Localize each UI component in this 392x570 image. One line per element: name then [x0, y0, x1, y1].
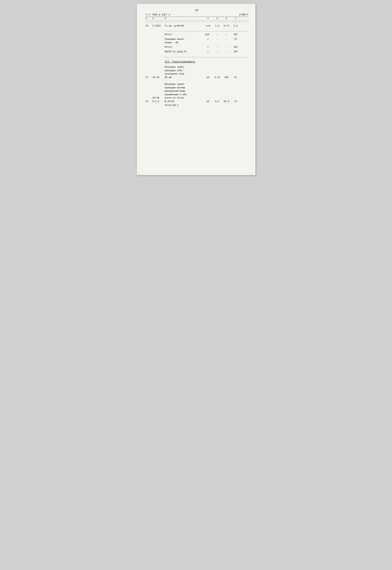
row-16-col6: 0,74: [222, 24, 231, 28]
row-17-code: I9–46: [153, 69, 165, 79]
sum-6-vsego: –: [222, 50, 231, 53]
row-16-col7: I,0: [231, 24, 240, 28]
col-header-5: 5: [213, 17, 222, 20]
sum-label-plan: Плановые накоп-ления – 6%: [165, 38, 203, 44]
row-18-col5: 0,2: [213, 100, 222, 103]
col-header-7: 7: [231, 17, 240, 20]
row-17-col7: 52: [231, 76, 240, 79]
row-18-col7: I3: [231, 100, 240, 103]
header-line: Т.п 704-1-157 с 1799/7: [145, 13, 248, 17]
sum-label-1: Итого:: [165, 33, 203, 36]
row-16-code: I–I553: [153, 24, 165, 28]
sum-unit-1: руб.: [203, 33, 213, 36]
table-row: I6. I–I553 То же, д=32х40 п/м I,0 0,74 I…: [145, 24, 248, 28]
page-number: 92: [145, 9, 248, 12]
table-body: I6. I–I553 То же, д=32х40 п/м I,0 0,74 I…: [145, 24, 248, 28]
row-17-unit: м3: [203, 76, 213, 79]
row-18-num: I8: [145, 89, 153, 103]
col-header-4: 4: [203, 17, 213, 20]
row-16-unit: п/м: [203, 24, 213, 28]
sum-6-2: –: [222, 45, 231, 49]
dashed-separator-section: [165, 57, 248, 57]
sum-unit-vsego: »: [203, 50, 213, 53]
col-header-2: 2: [153, 17, 165, 20]
col-header-6: 6: [222, 17, 231, 20]
sub-note-18: 56+19,5х0,2: [165, 104, 248, 106]
sum-5-vsego: –: [213, 50, 222, 53]
summary-row-itogo2: Итого: » – – 202: [145, 45, 248, 49]
row-17-num: I7.: [145, 69, 153, 79]
table-row-17: I7. I9–46 Изоляция трубо-проводов асбо-п…: [145, 65, 248, 79]
table-row-18: I8 I9–50K–I,2 Изоляция трубо-проводов ма…: [145, 83, 248, 103]
sum-unit-plan: »: [203, 38, 213, 41]
sum-5-1: –: [213, 33, 222, 36]
sum-7-plan: II: [231, 38, 240, 41]
summary-row-itogo1: Итого: руб. – – I9I: [145, 33, 248, 36]
sum-unit-2: »: [203, 45, 213, 49]
sum-label-vsego: ВСЕГО по разд.II: [165, 50, 203, 53]
row-17-col5: 0,25: [213, 76, 222, 79]
doc-ref-left: Т.п 704-1-157 с: [145, 13, 170, 16]
summary-row-plan: Плановые накоп-ления – 6% » – – II: [145, 38, 248, 44]
dashed-separator-mid: [165, 31, 248, 31]
sum-5-plan: –: [213, 38, 222, 41]
doc-ref-right: 1799/7: [239, 13, 248, 16]
section-3-title: III. Спецстройработы: [165, 60, 248, 63]
row-17-col6: 206: [222, 76, 231, 79]
col-header-3: 3: [165, 17, 203, 20]
sum-7-2: 202: [231, 45, 240, 49]
col-header-1: I: [145, 17, 153, 20]
row-16-desc: То же, д=32х40: [165, 24, 203, 28]
sum-6-plan: –: [222, 38, 231, 41]
sum-5-2: –: [213, 45, 222, 49]
row-16-num: I6.: [145, 24, 153, 28]
document-page: 92 Т.п 704-1-157 с 1799/7 I 2 3 4 5 6 7 …: [137, 3, 256, 175]
row-17-desc: Изоляция трубо-проводов асбо-пухшнуром т…: [165, 65, 203, 79]
summary-row-vsego: ВСЕГО по разд.II » – – 202: [145, 50, 248, 53]
row-18-desc: Изоляция трубо-проводов матамиминералова…: [165, 83, 203, 103]
row-16-col5: I,0: [213, 24, 222, 28]
sum-7-vsego: 202: [231, 50, 240, 53]
row-18-col6: 65,9: [222, 100, 231, 103]
column-headers: I 2 3 4 5 6 7: [145, 17, 248, 20]
row-18-code: I9–50K–I,2: [153, 86, 165, 103]
sum-label-2: Итого:: [165, 45, 203, 49]
dashed-separator-top: [145, 22, 248, 22]
sum-6-1: –: [222, 33, 231, 36]
row-18-unit: м3: [203, 100, 213, 103]
sum-7-1: I9I: [231, 33, 240, 36]
